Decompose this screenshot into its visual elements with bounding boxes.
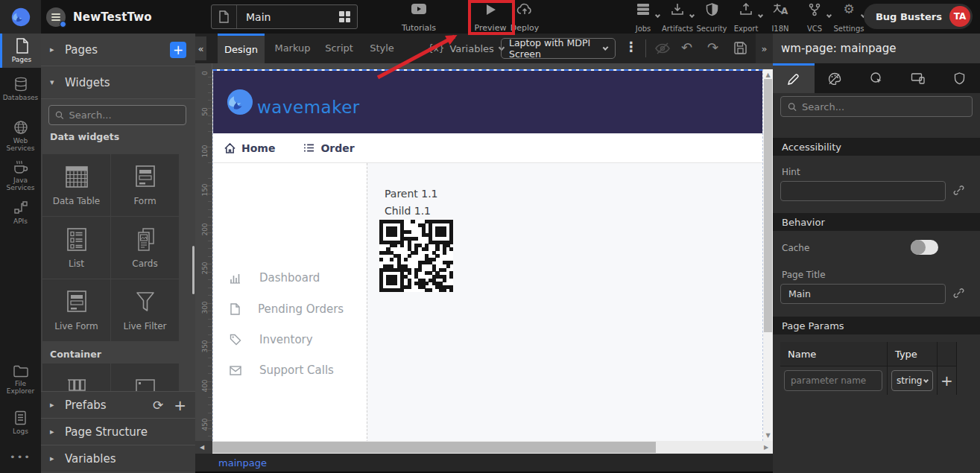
deploy-button[interactable]: Deploy: [503, 3, 546, 33]
tab-devices[interactable]: [897, 63, 939, 93]
canvas-vertical-scrollbar[interactable]: ▲ ▼: [763, 69, 773, 441]
sidebar-item-file-explorer[interactable]: File Explorer: [0, 360, 41, 400]
project-switcher[interactable]: NewTestTwo: [46, 0, 227, 34]
nav-item-home[interactable]: Home: [224, 142, 275, 154]
param-type-select[interactable]: string: [891, 370, 933, 391]
tab-style[interactable]: Style: [365, 34, 399, 63]
prefabs-accordion[interactable]: ▸ Prefabs ⟳ +: [41, 391, 195, 418]
menu-item-inventory[interactable]: Inventory: [230, 333, 313, 346]
widget-list[interactable]: List: [42, 217, 110, 279]
sidebar-item-web-services[interactable]: Web Services: [0, 115, 41, 157]
redo-button[interactable]: ↷: [707, 39, 718, 55]
menu-item-support-calls[interactable]: Support Calls: [230, 364, 334, 377]
expand-toolbar-button[interactable]: »: [756, 34, 773, 63]
order-list-icon: [303, 143, 314, 153]
widget-form[interactable]: Form: [111, 154, 179, 216]
pages-accordion[interactable]: ▸ Pages +: [41, 34, 195, 66]
bind-page-title-icon[interactable]: [953, 288, 964, 299]
jobs-button[interactable]: Jobs: [626, 3, 660, 33]
activity-bar: Pages Databases Web Services Java Servic…: [0, 34, 41, 473]
widget-search[interactable]: [48, 105, 186, 125]
tab-markup[interactable]: Markup: [272, 34, 313, 63]
collapse-panel-button[interactable]: «: [195, 36, 206, 60]
wavemaker-logo[interactable]: [0, 0, 41, 34]
sidebar-item-apis[interactable]: APIs: [0, 196, 41, 229]
sidebar-item-databases[interactable]: Databases: [0, 72, 41, 106]
artifacts-button[interactable]: Artifacts: [660, 3, 695, 33]
menu-item-dashboard[interactable]: Dashboard: [230, 271, 320, 285]
page-structure-accordion[interactable]: ▸ Page Structure: [41, 418, 195, 445]
bind-hint-icon[interactable]: [953, 185, 964, 196]
variables-dropdown[interactable]: {x} Variables: [428, 34, 504, 63]
tab-design[interactable]: Design: [218, 34, 265, 63]
tab-events[interactable]: [856, 63, 897, 93]
scroll-up-arrow[interactable]: ▲: [763, 72, 773, 78]
hide-widgets-button[interactable]: [654, 42, 671, 55]
sidebar-item-pages[interactable]: Pages: [0, 34, 41, 68]
sidebar-more-button[interactable]: •••: [0, 447, 41, 467]
widget-live-filter[interactable]: Live Filter: [111, 279, 179, 341]
add-param-button[interactable]: +: [941, 372, 953, 390]
nav-item-order[interactable]: Order: [303, 142, 354, 154]
hint-input[interactable]: [780, 181, 946, 201]
device-selector[interactable]: Laptop with MDPI Screen: [501, 38, 616, 59]
page-params-section-header[interactable]: Page Params: [773, 317, 980, 334]
vertical-scroll-thumb[interactable]: [764, 79, 772, 332]
i18n-button[interactable]: A I18N: [763, 3, 797, 33]
scroll-left-arrow[interactable]: ◀: [197, 444, 207, 451]
variables-accordion[interactable]: ▸ Variables: [41, 445, 195, 472]
sidebar-item-logs[interactable]: Logs: [0, 406, 41, 439]
settings-button[interactable]: ⚙ Settings: [832, 3, 866, 33]
user-avatar[interactable]: TA: [949, 6, 970, 27]
menu-item-pending-orders[interactable]: Pending Orders: [230, 302, 344, 316]
property-search[interactable]: [780, 96, 973, 117]
document-icon: [230, 303, 240, 315]
page-preview[interactable]: wavemaker Home Order Da: [212, 69, 763, 441]
tab-properties[interactable]: [773, 63, 815, 93]
widget-partial-tile[interactable]: [111, 364, 179, 391]
pages-grid-icon[interactable]: [339, 11, 350, 22]
parent-label-widget[interactable]: Parent 1.1: [385, 188, 438, 200]
refresh-icon[interactable]: ⟳: [153, 398, 163, 413]
widgets-accordion[interactable]: ▾ Widgets: [41, 66, 195, 99]
tab-security[interactable]: [938, 63, 980, 93]
tab-styles[interactable]: [815, 63, 856, 93]
canvas-horizontal-scrollbar[interactable]: ◀ ▶: [195, 441, 773, 454]
param-name-input[interactable]: [784, 370, 882, 391]
cache-toggle[interactable]: [911, 240, 938, 255]
property-search-input[interactable]: [802, 101, 965, 112]
horizontal-scroll-thumb[interactable]: [212, 442, 656, 453]
page-tab-mainpage[interactable]: mainpage: [218, 457, 267, 469]
widget-live-form[interactable]: Live Form: [42, 279, 110, 341]
project-name: NewTestTwo: [73, 10, 152, 24]
export-button[interactable]: Export: [729, 3, 763, 33]
scroll-right-arrow[interactable]: ▶: [761, 444, 771, 451]
qr-code-image[interactable]: [379, 220, 453, 292]
security-button[interactable]: Security: [695, 3, 729, 33]
undo-button[interactable]: ↶: [681, 39, 692, 55]
page-title-input[interactable]: [780, 284, 946, 304]
page-header-widget[interactable]: wavemaker: [213, 71, 762, 133]
child-label-widget[interactable]: Child 1.1: [385, 205, 431, 217]
page-switcher[interactable]: Main: [211, 4, 358, 29]
widget-search-input[interactable]: [69, 109, 180, 121]
widget-data-table[interactable]: Data Table: [42, 154, 110, 216]
svg-text:A: A: [781, 6, 788, 16]
team-button[interactable]: Bug Busters TA: [864, 4, 973, 29]
ruler-mark: 0: [201, 66, 209, 80]
sidebar-item-java-services[interactable]: Java Services: [0, 155, 41, 197]
ruler-mark: 400: [201, 378, 209, 393]
add-page-button[interactable]: +: [170, 42, 186, 58]
save-button[interactable]: [733, 41, 747, 55]
accessibility-section-header[interactable]: Accessibility: [773, 138, 980, 156]
add-prefab-button[interactable]: +: [174, 396, 186, 414]
widget-cards[interactable]: Cards: [111, 217, 179, 279]
widget-partial-tile[interactable]: [42, 364, 110, 391]
behavior-section-header[interactable]: Behavior: [773, 213, 980, 231]
scroll-down-arrow[interactable]: ▼: [763, 432, 773, 439]
widgets-panel-scrollbar[interactable]: [192, 246, 195, 294]
tab-script[interactable]: Script: [320, 34, 358, 63]
tutorials-button[interactable]: Tutorials: [397, 3, 440, 33]
more-options-button[interactable]: ⋮: [625, 39, 635, 54]
vcs-button[interactable]: VCS: [797, 3, 832, 33]
